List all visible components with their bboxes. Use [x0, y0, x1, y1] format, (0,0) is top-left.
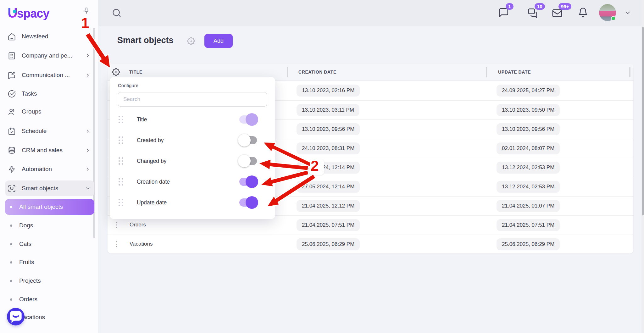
- sidebar-item-label: Projects: [19, 277, 41, 284]
- group-chat-badge: 10: [535, 3, 545, 10]
- avatar[interactable]: [599, 4, 616, 21]
- topbar: 1 10 99+: [98, 0, 644, 25]
- column-header-creation-date: CREATION DATE: [298, 69, 336, 75]
- toggle-update-date[interactable]: [239, 198, 257, 207]
- coins-icon: [8, 146, 16, 155]
- logo-dot: [13, 10, 16, 13]
- pin-icon[interactable]: [82, 7, 91, 15]
- sidebar-item-label: Company and pe...: [22, 52, 72, 59]
- sidebar-item-label: Communication ...: [22, 72, 70, 79]
- chat-pen-icon: [8, 71, 16, 80]
- drag-handle-icon[interactable]: [119, 157, 123, 165]
- row-title: Vacations: [130, 241, 153, 247]
- table-row[interactable]: ⋮ Vacations 25.06.2025, 06:29 PM 25.06.2…: [108, 235, 633, 254]
- sidebar-item-projects[interactable]: Projects: [5, 273, 94, 289]
- row-menu-icon[interactable]: ⋮: [113, 220, 120, 230]
- update-date-chip: 21.04.2025, 07:51 PM: [497, 219, 560, 231]
- check-circle-icon: [8, 90, 16, 98]
- page-settings-gear-icon[interactable]: [187, 37, 195, 45]
- popup-field-title: Title: [118, 109, 267, 130]
- field-label: Created by: [137, 137, 239, 144]
- update-date-chip: 25.06.2025, 06:29 PM: [497, 238, 560, 250]
- chevron-down-icon[interactable]: [624, 9, 632, 16]
- drag-handle-icon[interactable]: [119, 199, 123, 206]
- creation-date-chip: 21.04.2025, 12:12 PM: [297, 200, 360, 212]
- sidebar-item-schedule[interactable]: Schedule: [5, 123, 94, 139]
- chat-badge: 1: [506, 3, 514, 10]
- toggle-title[interactable]: [239, 115, 257, 124]
- sidebar-item-tasks[interactable]: Tasks: [5, 86, 94, 102]
- support-chat-button[interactable]: [7, 308, 25, 325]
- update-date-chip: 13.12.2024, 02:53 PM: [497, 162, 560, 174]
- app-window: 1 10 99+ Uspacy Newsfeed Company and: [0, 0, 644, 333]
- update-date-chip: 02.01.2024, 08:07 PM: [497, 142, 560, 154]
- window-scrollbar[interactable]: [641, 0, 644, 333]
- drag-handle-icon[interactable]: [119, 116, 123, 123]
- field-label: Creation date: [137, 179, 239, 185]
- search-icon[interactable]: [112, 8, 122, 18]
- bell-icon[interactable]: [578, 7, 588, 18]
- column-resize-handle[interactable]: [486, 67, 487, 77]
- sidebar: Uspacy Newsfeed Company and pe... Commun…: [0, 0, 98, 333]
- row-menu-icon[interactable]: ⋮: [113, 239, 120, 249]
- sidebar-item-label: Tasks: [22, 90, 37, 97]
- popup-field-update-date: Update date: [118, 192, 267, 213]
- chat-bubble-icon: [7, 308, 25, 325]
- column-resize-handle[interactable]: [287, 67, 288, 77]
- sidebar-item-company[interactable]: Company and pe...: [5, 48, 94, 64]
- sidebar-item-communication[interactable]: Communication ...: [5, 67, 94, 83]
- bullet-icon: [10, 243, 12, 245]
- configure-popup: Configure Title Created by Changed by Cr…: [110, 77, 275, 219]
- sidebar-item-label: Schedule: [22, 128, 47, 135]
- drag-handle-icon[interactable]: [119, 178, 123, 186]
- sidebar-item-label: All smart objects: [19, 203, 63, 210]
- drag-handle-icon[interactable]: [119, 136, 123, 144]
- bolt-icon: [8, 165, 16, 174]
- sidebar-item-label: Fruits: [19, 259, 34, 266]
- sidebar-item-label: Groups: [22, 108, 41, 115]
- field-label: Update date: [137, 199, 239, 206]
- toggle-creation-date[interactable]: [239, 178, 257, 186]
- home-icon: [8, 32, 16, 41]
- sidebar-item-label: Newsfeed: [22, 33, 48, 40]
- update-date-chip: 13.10.2023, 09:50 PM: [497, 104, 560, 116]
- bullet-icon: [10, 298, 12, 301]
- column-header-update-date: UPDATE DATE: [498, 69, 531, 75]
- table-settings-gear-icon[interactable]: [112, 68, 120, 76]
- sidebar-item-label: Dogs: [19, 222, 33, 229]
- column-resize-handle[interactable]: [629, 67, 630, 77]
- sidebar-item-label: Cats: [19, 241, 31, 247]
- field-label: Changed by: [137, 158, 239, 164]
- sidebar-item-newsfeed[interactable]: Newsfeed: [5, 29, 94, 44]
- sidebar-item-fruits[interactable]: Fruits: [5, 254, 94, 270]
- toggle-created-by[interactable]: [239, 136, 257, 144]
- calendar-icon: [8, 127, 16, 136]
- update-date-chip: 13.12.2024, 02:53 PM: [497, 181, 560, 193]
- chevron-right-icon: [85, 53, 91, 58]
- sidebar-item-dogs[interactable]: Dogs: [5, 218, 94, 233]
- uspacy-logo[interactable]: Uspacy: [8, 5, 49, 21]
- chevron-right-icon: [85, 128, 91, 134]
- popup-search-input[interactable]: [118, 92, 267, 107]
- sidebar-item-smart-objects[interactable]: Smart objects: [5, 180, 94, 196]
- update-date-chip: 24.09.2025, 04:27 PM: [497, 85, 560, 97]
- creation-date-chip: 24.10.2023, 08:31 PM: [297, 142, 360, 154]
- popup-field-created-by: Created by: [118, 130, 267, 151]
- sidebar-item-label: CRM and sales: [22, 147, 63, 154]
- chevron-right-icon: [85, 147, 91, 153]
- sidebar-item-orders[interactable]: Orders: [5, 291, 94, 307]
- creation-date-chip: 25.06.2025, 06:29 PM: [297, 238, 360, 250]
- page-title: Smart objects: [117, 36, 174, 45]
- popup-field-changed-by: Changed by: [118, 151, 267, 171]
- creation-date-chip: 21.04.2025, 07:51 PM: [297, 219, 360, 231]
- toggle-changed-by[interactable]: [239, 157, 257, 165]
- sidebar-item-label: Orders: [19, 296, 37, 303]
- bullet-icon: [10, 261, 12, 264]
- creation-date-chip: 13.10.2023, 09:56 PM: [297, 123, 360, 135]
- add-button[interactable]: Add: [204, 34, 233, 48]
- sidebar-item-groups[interactable]: Groups: [5, 104, 94, 119]
- sidebar-item-crm[interactable]: CRM and sales: [5, 142, 94, 158]
- sidebar-item-automation[interactable]: Automation: [5, 161, 94, 177]
- sidebar-item-cats[interactable]: Cats: [5, 236, 94, 252]
- sidebar-item-all-smart-objects[interactable]: All smart objects: [5, 199, 94, 215]
